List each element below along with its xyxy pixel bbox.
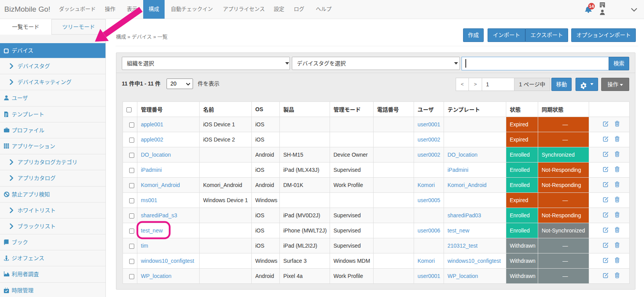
svg-text:14: 14	[589, 4, 594, 9]
